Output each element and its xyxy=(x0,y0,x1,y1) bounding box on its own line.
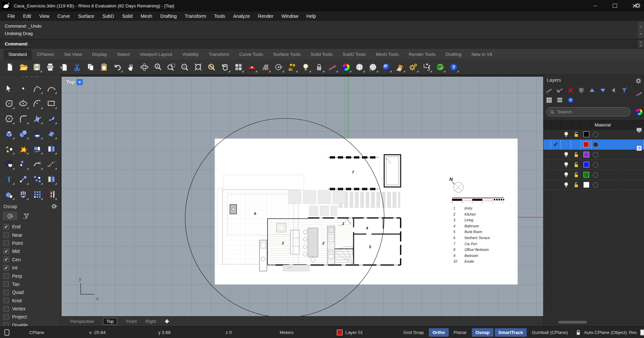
osnap-tab-filter[interactable] xyxy=(19,212,34,220)
layers-tab-icon[interactable] xyxy=(636,90,643,97)
checkbox[interactable]: ✓ xyxy=(3,240,9,246)
status-units[interactable]: Meters xyxy=(280,330,337,335)
copy-icon[interactable] xyxy=(86,63,95,72)
layer-lock-icon[interactable] xyxy=(573,151,580,158)
checkbox[interactable]: ✓ xyxy=(3,232,9,238)
toolbar-tab-surface-tools[interactable]: Surface Tools xyxy=(268,49,306,60)
blend-icon[interactable] xyxy=(47,159,56,169)
osnap-item-quad[interactable]: ✓ Quad xyxy=(3,288,61,296)
layer-material-circle[interactable] xyxy=(593,182,598,188)
selection-filter-icon[interactable] xyxy=(288,63,297,72)
status-toggle-smarttrack[interactable]: SmartTrack xyxy=(495,328,527,337)
layers-hscrollbar[interactable] xyxy=(558,321,587,324)
layers-gear-icon[interactable] xyxy=(635,77,642,84)
layer-visibility-bulb-icon[interactable] xyxy=(563,131,570,138)
viewport-tab-front[interactable]: Front xyxy=(126,319,137,324)
array-icon[interactable] xyxy=(33,190,42,199)
zoom-selected-icon[interactable] xyxy=(207,63,216,72)
layer-color-swatch[interactable] xyxy=(583,172,589,178)
checkbox[interactable]: ✓ xyxy=(3,281,9,287)
surface-loft-icon[interactable] xyxy=(47,114,56,123)
checkbox[interactable]: ✓ xyxy=(3,290,9,295)
osnap-item-project[interactable]: ✓ Project xyxy=(3,313,61,321)
collapse-left-icon[interactable] xyxy=(610,87,617,94)
command-history[interactable]: Command: _Undo Undoing Drag ▲▼ xyxy=(0,21,644,39)
pointer-icon[interactable] xyxy=(4,84,14,93)
checkbox[interactable]: ✓ xyxy=(3,298,9,303)
list-view-icon[interactable] xyxy=(556,97,563,104)
toolbar-tab-transform[interactable]: Transform xyxy=(204,49,234,60)
solid-union-icon[interactable] xyxy=(4,190,14,199)
curve-cv-icon[interactable] xyxy=(33,84,42,93)
cplane-icon[interactable] xyxy=(261,63,270,72)
extrude-icon[interactable] xyxy=(18,190,28,199)
toolbar-tab-render-tools[interactable]: Render Tools xyxy=(404,49,440,60)
viewport-tab-top[interactable]: Top xyxy=(103,318,118,325)
toolbar-tab-new-in-v8[interactable]: New in V8 xyxy=(467,49,497,60)
zoom-extents-icon[interactable] xyxy=(194,63,203,72)
osnap-overflow-chevrons[interactable]: » xyxy=(55,204,57,209)
zoom-target-icon[interactable] xyxy=(180,63,189,72)
osnap-item-tan[interactable]: ✓ Tan xyxy=(3,280,61,288)
menu-file[interactable]: File xyxy=(3,12,19,20)
point-cloud-icon[interactable] xyxy=(18,159,28,169)
curve-handle-icon[interactable] xyxy=(33,159,42,169)
menu-subd[interactable]: SubD xyxy=(98,12,118,20)
menu-mesh[interactable]: Mesh xyxy=(137,12,156,20)
zoom-dynamic-icon[interactable]: ± xyxy=(153,63,162,72)
osnap-item-knot[interactable]: ✓ Knot xyxy=(3,297,61,305)
sublayer-new-icon[interactable] xyxy=(556,87,563,94)
status-toggle-osnap[interactable]: Osnap xyxy=(472,328,493,337)
minimize-button[interactable] xyxy=(586,0,605,11)
checkbox[interactable]: ✓ xyxy=(3,314,9,320)
fillet-icon[interactable] xyxy=(18,114,28,123)
layer-new-icon[interactable] xyxy=(546,87,553,94)
sphere-icon[interactable] xyxy=(18,129,28,139)
layer-material-circle[interactable] xyxy=(593,132,598,137)
layer-material-circle[interactable] xyxy=(593,172,598,178)
layer-row[interactable] xyxy=(544,180,644,190)
viewport-tab-perspective[interactable]: Perspective xyxy=(70,319,94,324)
surface-3pt-icon[interactable] xyxy=(33,114,42,123)
move-up-icon[interactable] xyxy=(589,87,596,94)
move-down-icon[interactable] xyxy=(599,87,606,94)
help-icon[interactable]: ? xyxy=(567,97,574,104)
layer-lock-icon[interactable] xyxy=(573,171,580,178)
toolbar-tab-visibility[interactable]: Visibility xyxy=(177,49,204,60)
pan-icon[interactable] xyxy=(126,63,135,72)
box-icon[interactable] xyxy=(4,129,14,139)
status-toggle-gumball-cplane[interactable]: Gumball (CPlane) xyxy=(528,328,571,337)
checkbox[interactable]: ✓ xyxy=(3,265,9,271)
earth-icon[interactable] xyxy=(436,63,445,72)
color-tab-icon[interactable] xyxy=(636,108,643,115)
checkbox[interactable]: ✓ xyxy=(3,273,9,279)
checkbox[interactable]: ✓ xyxy=(3,306,9,312)
layer-lock-icon[interactable] xyxy=(573,131,580,138)
menu-solid[interactable]: Solid xyxy=(118,12,136,20)
layer-group-icon[interactable] xyxy=(578,87,585,94)
viewport-layout-icon[interactable] xyxy=(234,63,243,72)
layer-visibility-bulb-icon[interactable] xyxy=(563,151,570,158)
status-x-coordinate[interactable]: x -20.64 xyxy=(89,330,158,335)
osnap-item-cen[interactable]: ✓ Cen xyxy=(3,256,61,264)
viewport-title[interactable]: Top xyxy=(66,79,83,85)
ellipse-icon[interactable] xyxy=(18,99,28,108)
block-icon[interactable] xyxy=(33,175,42,184)
undo-view-icon[interactable] xyxy=(220,63,230,72)
material-wedge-icon[interactable] xyxy=(328,63,337,72)
layers-search[interactable] xyxy=(546,107,631,116)
osnap-item-near[interactable]: ✓ Near xyxy=(3,231,61,239)
status-auto-cplane[interactable]: Auto CPlane (Object) xyxy=(584,330,627,335)
viewport-canvas[interactable]: 543210 N 1Entry2Kitchen3Living4Bathroom5… xyxy=(62,77,543,316)
menu-tools[interactable]: Tools xyxy=(210,12,229,20)
layer-row[interactable] xyxy=(544,129,644,140)
layer-color-swatch[interactable] xyxy=(583,142,589,147)
cut-icon[interactable] xyxy=(73,63,82,72)
explode-icon[interactable] xyxy=(4,144,14,154)
toolbar-tab-select[interactable]: Select xyxy=(112,49,135,60)
layer-row[interactable] xyxy=(544,150,644,160)
toolbar-tab-subd-tools[interactable]: SubD Tools xyxy=(337,49,371,60)
boolean-union-icon[interactable] xyxy=(4,159,14,169)
color-wheel-icon[interactable] xyxy=(341,63,351,72)
osnap-item-int[interactable]: ✓ Int xyxy=(3,264,61,272)
